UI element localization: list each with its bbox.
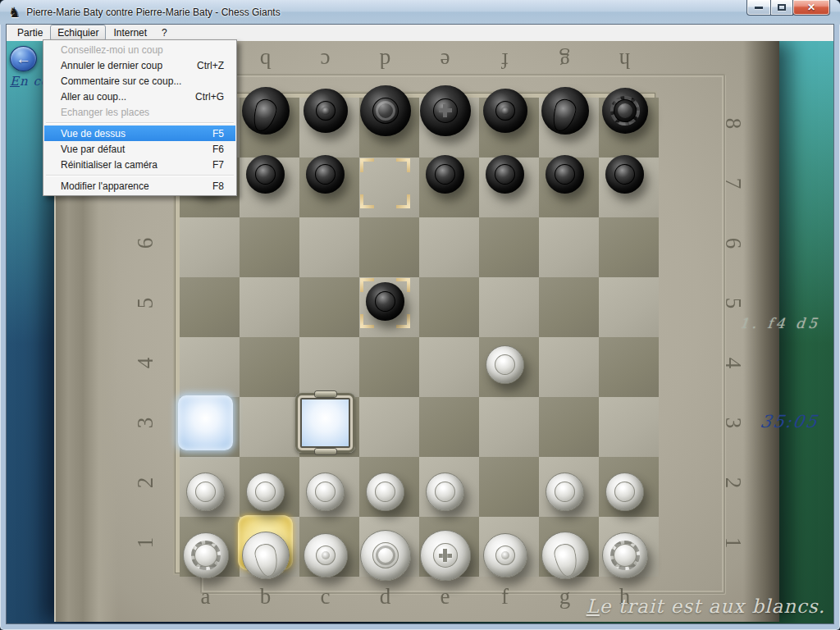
menubar-item-internet[interactable]: Internet	[106, 25, 154, 41]
square-g6[interactable]	[539, 217, 599, 277]
square-b6[interactable]	[240, 217, 299, 277]
piece-white-queen-d1[interactable]	[360, 530, 411, 581]
menu-item[interactable]: Echanger les places	[44, 104, 235, 120]
file-label-bottom-c: c	[295, 584, 355, 609]
piece-black-pawn-d5[interactable]	[366, 282, 404, 321]
menubar-item-echiquier[interactable]: Echiquier	[50, 25, 106, 41]
gold-corner-icon	[396, 194, 410, 208]
menubar-item-partie[interactable]: Partie	[10, 25, 50, 41]
piece-white-pawn-c2[interactable]	[306, 472, 345, 511]
move-target-a3[interactable]	[178, 395, 233, 450]
square-g5[interactable]	[539, 277, 599, 337]
file-label-bottom-a: a	[176, 584, 235, 609]
piece-black-pawn-e7[interactable]	[426, 155, 464, 194]
menu-item[interactable]: Vue de dessusF5	[44, 126, 235, 141]
piece-head	[495, 354, 515, 375]
square-f2[interactable]	[479, 457, 539, 517]
file-label-top-h: h	[595, 48, 655, 73]
piece-white-rook-h1[interactable]	[602, 532, 648, 578]
square-e4[interactable]	[419, 337, 479, 397]
piece-head	[555, 482, 575, 502]
menu-item[interactable]: Modifier l'apparenceF8	[44, 178, 235, 194]
square-h6[interactable]	[599, 217, 659, 277]
menu-item-label: Vue par défaut	[61, 144, 125, 155]
menu-item-shortcut: F8	[212, 180, 224, 192]
back-button[interactable]: ←	[10, 46, 37, 71]
square-e6[interactable]	[419, 217, 479, 277]
square-g4[interactable]	[539, 337, 599, 397]
piece-white-pawn-d2[interactable]	[366, 472, 404, 511]
piece-white-rook-a1[interactable]	[183, 532, 229, 578]
menu-item[interactable]: Réinitialiser la caméraF7	[44, 157, 235, 172]
square-a4[interactable]	[180, 337, 240, 397]
square-e5[interactable]	[419, 277, 479, 337]
piece-black-rook-h8[interactable]	[602, 88, 648, 134]
menu-item-label: Echanger les places	[61, 107, 149, 118]
rank-label-left-5: 5	[116, 290, 176, 317]
square-d4[interactable]	[359, 337, 419, 397]
square-b4[interactable]	[240, 337, 299, 397]
piece-head	[250, 97, 279, 134]
square-h5[interactable]	[599, 277, 659, 337]
piece-head	[433, 98, 458, 123]
close-button[interactable]: ✕	[792, 0, 830, 16]
piece-head	[555, 164, 575, 185]
piece-black-pawn-c7[interactable]	[306, 155, 345, 194]
piece-white-king-e1[interactable]	[420, 530, 471, 581]
piece-black-pawn-b7[interactable]	[246, 155, 285, 194]
piece-black-pawn-f7[interactable]	[486, 155, 524, 194]
menu-item-label: Vue de dessus	[61, 128, 126, 139]
piece-white-knight-b1[interactable]	[242, 532, 290, 579]
square-d6[interactable]	[359, 217, 419, 277]
piece-black-pawn-g7[interactable]	[546, 155, 584, 194]
menubar-item-?[interactable]: ?	[154, 25, 175, 41]
piece-black-queen-d8[interactable]	[360, 85, 411, 136]
minimize-button[interactable]	[746, 0, 771, 16]
square-a6[interactable]	[180, 217, 240, 277]
square-h4[interactable]	[599, 337, 659, 397]
menu-item[interactable]: Conseillez-moi un coup	[44, 42, 235, 57]
square-f3[interactable]	[479, 397, 539, 457]
square-c6[interactable]	[299, 217, 359, 277]
menu-item[interactable]: Annuler le dernier coupCtrl+Z	[44, 57, 235, 73]
square-e3[interactable]	[419, 397, 479, 457]
piece-black-bishop-c8[interactable]	[304, 89, 348, 133]
piece-black-pawn-h7[interactable]	[605, 155, 644, 194]
rank-label-right-3: 3	[703, 409, 763, 437]
titlebar[interactable]: ♞ Pierre-Marie Baty contre Pierre-Marie …	[0, 0, 840, 25]
piece-head	[375, 482, 395, 502]
square-b3[interactable]	[240, 397, 299, 457]
square-c5[interactable]	[299, 277, 359, 337]
piece-white-pawn-e2[interactable]	[426, 472, 464, 511]
square-b5[interactable]	[240, 277, 299, 337]
piece-black-knight-g8[interactable]	[541, 87, 589, 135]
piece-white-pawn-g2[interactable]	[546, 472, 584, 511]
square-d3[interactable]	[359, 397, 419, 457]
menu-item[interactable]: Vue par défautF6	[44, 141, 235, 157]
square-g3[interactable]	[539, 397, 599, 457]
piece-white-pawn-a2[interactable]	[186, 472, 225, 511]
rank-label-left-4: 4	[116, 349, 176, 377]
file-label-top-b: b	[235, 48, 295, 73]
move-target-c3[interactable]	[295, 393, 355, 453]
piece-black-knight-b8[interactable]	[242, 87, 290, 135]
piece-black-king-e8[interactable]	[420, 85, 471, 136]
menu-item[interactable]: Aller au coup...Ctrl+G	[44, 89, 235, 104]
square-h3[interactable]	[599, 397, 659, 457]
square-a5[interactable]	[180, 277, 240, 337]
piece-head	[255, 164, 276, 185]
piece-white-pawn-f4[interactable]	[486, 345, 524, 384]
piece-white-knight-g1[interactable]	[541, 532, 589, 579]
piece-white-bishop-c1[interactable]	[304, 533, 348, 578]
maximize-button[interactable]	[770, 0, 793, 16]
piece-white-pawn-h2[interactable]	[605, 472, 644, 511]
rank-label-right-5: 5	[703, 290, 763, 317]
piece-black-bishop-f8[interactable]	[483, 89, 527, 133]
piece-white-bishop-f1[interactable]	[483, 533, 527, 578]
menu-item[interactable]: Commentaire sur ce coup...	[44, 73, 235, 89]
menu-item-label: Annuler le dernier coup	[61, 60, 162, 71]
square-f6[interactable]	[479, 217, 539, 277]
piece-white-pawn-b2[interactable]	[246, 472, 285, 511]
square-c4[interactable]	[299, 337, 359, 397]
square-f5[interactable]	[479, 277, 539, 337]
